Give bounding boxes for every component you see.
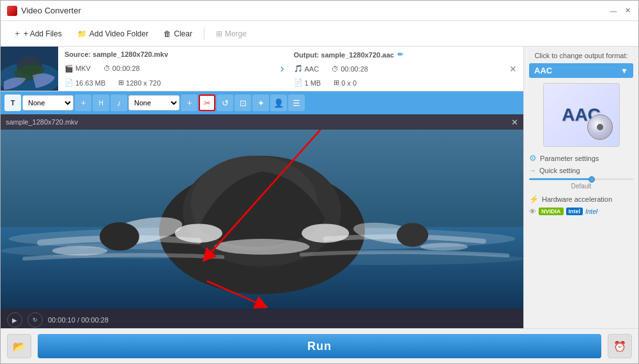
merge-button[interactable]: ⊞ Merge bbox=[210, 27, 253, 41]
scissors-btn[interactable]: ✂ bbox=[199, 95, 215, 111]
hw-accel-row[interactable]: ⚡ Hardware acceleration bbox=[529, 195, 633, 204]
source-filename: Source: sample_1280x720.mkv bbox=[65, 50, 271, 58]
crop-btn[interactable]: ⊡ bbox=[235, 95, 251, 111]
output-header: Output: sample_1280x720.aac ✏ bbox=[294, 50, 500, 59]
app-title: Video Converter bbox=[21, 6, 609, 15]
watermark-btn[interactable]: 👤 bbox=[270, 95, 287, 111]
out-size-label: 1 MB bbox=[305, 79, 321, 87]
output-meta2: 📄 1 MB ⊞ 0 x 0 bbox=[294, 79, 500, 87]
add-files-button[interactable]: ＋ + Add Files bbox=[7, 26, 68, 42]
edit-output-icon[interactable]: ✏ bbox=[397, 50, 403, 59]
svg-point-13 bbox=[215, 239, 310, 255]
window-controls: — ✕ bbox=[609, 6, 632, 15]
cd-icon bbox=[587, 114, 613, 140]
src-size-label: 16.63 MB bbox=[75, 79, 105, 87]
audio-select[interactable]: None bbox=[128, 95, 180, 110]
param-settings-icon: ⚙ bbox=[529, 153, 537, 163]
add-files-label: + Add Files bbox=[24, 29, 62, 38]
nvidia-row: 👁 NVIDIA Intel Intel bbox=[529, 208, 633, 215]
text-icon-btn[interactable]: T bbox=[4, 95, 21, 111]
text-edit-btn[interactable]: H bbox=[93, 95, 109, 111]
output-res-icon: ⊞ bbox=[334, 79, 339, 87]
video-close-button[interactable]: ✕ bbox=[511, 118, 518, 127]
source-format: 🎬 MKV bbox=[65, 64, 91, 73]
hw-accel-icon: ⚡ bbox=[529, 195, 539, 204]
app-icon bbox=[7, 6, 17, 16]
right-panel: Click to change output format: AAC ▼ AAC… bbox=[523, 47, 638, 328]
video-scene-svg bbox=[1, 130, 523, 308]
output-clock-icon: ⏱ bbox=[332, 65, 339, 73]
file-output-info: Output: sample_1280x720.aac ✏ 🎵 AAC ⏱ 00… bbox=[288, 47, 507, 91]
minimize-button[interactable]: — bbox=[609, 6, 618, 15]
res-icon: ⊞ bbox=[118, 79, 124, 87]
add-folder-label: Add Video Folder bbox=[89, 29, 149, 38]
quick-setting-label: Quick setting bbox=[539, 167, 580, 174]
main-content: Source: sample_1280x720.mkv 🎬 MKV ⏱ 00:0… bbox=[1, 47, 638, 328]
quick-setting-row[interactable]: → Quick setting bbox=[529, 167, 633, 174]
merge-icon: ⊞ bbox=[216, 29, 222, 38]
out-format-label: AAC bbox=[305, 65, 320, 73]
close-button[interactable]: ✕ bbox=[623, 6, 632, 15]
subtitle-btn[interactable]: ☰ bbox=[288, 95, 305, 111]
rotate-btn[interactable]: ↺ bbox=[217, 95, 233, 111]
format-icon-display: AAC bbox=[543, 83, 620, 147]
output-filename: Output: sample_1280x720.aac bbox=[294, 51, 394, 59]
schedule-button[interactable]: ⏰ bbox=[608, 334, 632, 358]
left-panel: Source: sample_1280x720.mkv 🎬 MKV ⏱ 00:0… bbox=[1, 47, 523, 328]
close-file-button[interactable]: ✕ bbox=[506, 63, 520, 75]
run-area: 📂 Run ⏰ bbox=[1, 328, 638, 363]
total-time: 00:00:28 bbox=[81, 316, 109, 324]
toolbar-separator bbox=[204, 27, 204, 40]
quality-slider[interactable] bbox=[529, 178, 633, 180]
folder-output-button[interactable]: 📂 bbox=[7, 334, 31, 358]
title-bar: Video Converter — ✕ bbox=[1, 1, 638, 21]
src-format-label: MKV bbox=[75, 64, 91, 72]
clear-label: Clear bbox=[174, 29, 192, 38]
format-selector[interactable]: AAC ▼ bbox=[529, 63, 633, 78]
format-label: AAC bbox=[534, 66, 552, 75]
parameter-settings-row[interactable]: ⚙ Parameter settings bbox=[529, 153, 633, 163]
merge-label: Merge bbox=[225, 29, 247, 38]
loop-button[interactable]: ↻ bbox=[27, 312, 43, 328]
cd-hole bbox=[597, 124, 603, 130]
play-button[interactable]: ▶ bbox=[7, 312, 22, 328]
output-size-icon: 📄 bbox=[294, 79, 303, 87]
source-meta: 🎬 MKV ⏱ 00:00:28 bbox=[65, 64, 271, 73]
controls-bar: ▶ ↻ 00:00:10 / 00:00:28 bbox=[1, 308, 523, 328]
quick-setting-icon: → bbox=[529, 167, 536, 174]
video-preview bbox=[1, 130, 523, 308]
src-duration-label: 00:00:28 bbox=[112, 64, 140, 72]
add-files-icon: ＋ bbox=[13, 28, 21, 39]
conversion-arrow: › bbox=[277, 47, 288, 91]
intel-label: Intel bbox=[585, 208, 597, 215]
output-format: 🎵 AAC bbox=[294, 64, 320, 73]
video-title-bar: sample_1280x720.mkv ✕ bbox=[1, 114, 523, 130]
file-row: Source: sample_1280x720.mkv 🎬 MKV ⏱ 00:0… bbox=[1, 47, 523, 91]
slider-default-label: Default bbox=[529, 183, 633, 190]
output-size: 📄 1 MB bbox=[294, 79, 321, 87]
output-meta: 🎵 AAC ⏱ 00:00:28 bbox=[294, 64, 500, 73]
intel-badge: Intel bbox=[566, 208, 583, 215]
time-display: 00:00:10 / 00:00:28 bbox=[48, 316, 109, 324]
add-audio-btn[interactable]: ＋ bbox=[181, 95, 197, 111]
add-folder-button[interactable]: 📁 Add Video Folder bbox=[71, 27, 155, 41]
clear-button[interactable]: 🗑 Clear bbox=[157, 27, 199, 41]
source-size: 📄 16.63 MB bbox=[65, 79, 105, 87]
out-duration-label: 00:00:28 bbox=[341, 65, 368, 73]
format-icon: 🎬 bbox=[65, 64, 73, 73]
add-text-btn[interactable]: ＋ bbox=[75, 95, 91, 111]
thumbnail-image bbox=[1, 47, 58, 91]
video-section: sample_1280x720.mkv ✕ bbox=[1, 114, 523, 328]
run-button[interactable]: Run bbox=[38, 334, 601, 358]
source-meta2: 📄 16.63 MB ⊞ 1280 x 720 bbox=[65, 79, 271, 87]
nvidia-icon: 👁 bbox=[529, 208, 536, 215]
svg-point-18 bbox=[52, 246, 108, 255]
text-select[interactable]: None bbox=[22, 95, 73, 110]
svg-point-19 bbox=[420, 243, 468, 250]
output-resolution: ⊞ 0 x 0 bbox=[334, 79, 357, 87]
enhance-btn[interactable]: ✦ bbox=[252, 95, 269, 111]
output-duration: ⏱ 00:00:28 bbox=[332, 64, 368, 73]
quality-slider-row bbox=[529, 178, 633, 180]
current-time: 00:00:10 bbox=[48, 316, 75, 324]
audio-icon-btn[interactable]: ♪ bbox=[111, 95, 127, 111]
